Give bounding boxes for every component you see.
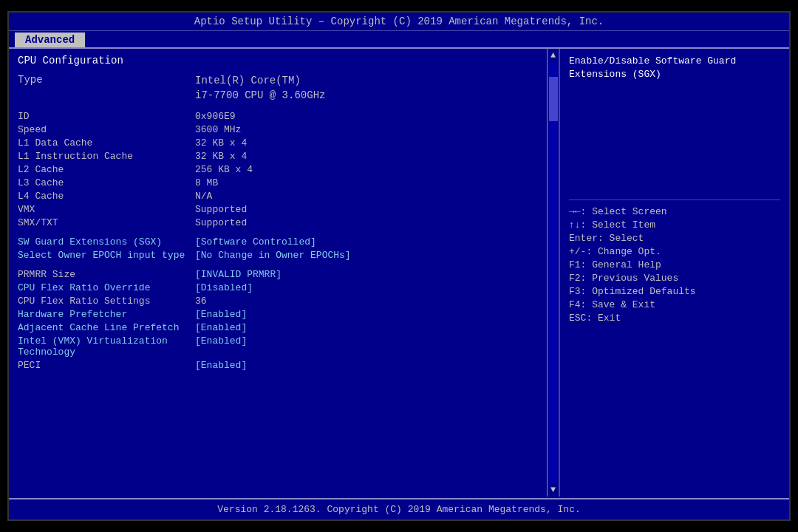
label-flex-settings: CPU Flex Ratio Settings [18, 296, 195, 307]
value-vmx: Supported [195, 204, 247, 215]
info-row-l1i: L1 Instruction Cache 32 KB x 4 [18, 151, 550, 162]
header-bar: Aptio Setup Utility – Copyright (C) 2019… [9, 13, 789, 31]
scrollbar[interactable]: ▲ ▼ [547, 49, 559, 497]
help-f1: F1: General Help [569, 259, 780, 270]
info-row-sgx[interactable]: SW Guard Extensions (SGX) [Software Cont… [18, 236, 550, 248]
label-adj-cache: Adjacent Cache Line Prefetch [18, 322, 195, 333]
help-change-opt: +/-: Change Opt. [569, 246, 780, 257]
info-row-flex-settings: CPU Flex Ratio Settings 36 [18, 296, 550, 307]
value-id: 0x906E9 [195, 111, 236, 122]
label-l4: L4 Cache [18, 191, 195, 202]
info-row-l2: L2 Cache 256 KB x 4 [18, 164, 550, 175]
info-row-prmrr: PRMRR Size [INVALID PRMRR] [18, 269, 550, 280]
scroll-down-arrow[interactable]: ▼ [549, 483, 557, 497]
value-hw-prefetch: [Enabled] [195, 309, 247, 320]
label-prmrr: PRMRR Size [18, 269, 195, 280]
info-row-hw-prefetch[interactable]: Hardware Prefetcher [Enabled] [18, 309, 550, 320]
cpu-type-label: Type [18, 74, 195, 103]
label-smx: SMX/TXT [18, 217, 195, 228]
info-row-l4: L4 Cache N/A [18, 191, 550, 202]
info-row-speed: Speed 3600 MHz [18, 124, 550, 135]
info-row-peci: PECI [Enabled] [18, 360, 550, 371]
help-select-screen: →←: Select Screen [569, 206, 780, 217]
value-l2: 256 KB x 4 [195, 164, 253, 175]
label-id: ID [18, 111, 195, 122]
scrollbar-track[interactable] [549, 62, 558, 483]
info-row-l3: L3 Cache 8 MB [18, 177, 550, 188]
value-flex-settings: 36 [195, 296, 207, 307]
help-section: →←: Select Screen ↑↓: Select Item Enter:… [569, 200, 780, 324]
label-l1d: L1 Data Cache [18, 137, 195, 149]
scrollbar-thumb[interactable] [549, 77, 558, 121]
description-box: Enable/Disable Software Guard Extensions… [569, 55, 780, 81]
label-l2: L2 Cache [18, 164, 195, 175]
info-row-vmx-virt[interactable]: Intel (VMX) VirtualizationTechnology [En… [18, 335, 550, 358]
info-row-vmx: VMX Supported [18, 204, 550, 215]
info-row-l1d: L1 Data Cache 32 KB x 4 [18, 137, 550, 149]
value-vmx-virt: [Enabled] [195, 335, 247, 358]
value-peci: [Enabled] [195, 360, 247, 371]
label-sgx: SW Guard Extensions (SGX) [18, 236, 195, 248]
main-content: CPU Configuration Type Intel(R) Core(TM)… [9, 49, 789, 497]
value-adj-cache: [Enabled] [195, 322, 247, 333]
label-l1i: L1 Instruction Cache [18, 151, 195, 162]
value-epoch: [No Change in Owner EPOCHs] [195, 250, 351, 261]
left-panel: CPU Configuration Type Intel(R) Core(TM)… [9, 49, 560, 497]
section-title: CPU Configuration [18, 55, 550, 66]
value-sgx: [Software Controlled] [195, 236, 316, 248]
info-row-epoch[interactable]: Select Owner EPOCH input type [No Change… [18, 250, 550, 261]
info-row-id: ID 0x906E9 [18, 111, 550, 122]
value-smx: Supported [195, 217, 247, 228]
footer: Version 2.18.1263. Copyright (C) 2019 Am… [9, 498, 789, 519]
info-row-adj-cache[interactable]: Adjacent Cache Line Prefetch [Enabled] [18, 322, 550, 333]
label-vmx-virt: Intel (VMX) VirtualizationTechnology [18, 335, 195, 358]
info-row-smx: SMX/TXT Supported [18, 217, 550, 228]
footer-text: Version 2.18.1263. Copyright (C) 2019 Am… [217, 504, 580, 515]
label-speed: Speed [18, 124, 195, 135]
header-title: Aptio Setup Utility – Copyright (C) 2019… [194, 16, 604, 27]
label-flex-override: CPU Flex Ratio Override [18, 282, 195, 293]
info-row-flex-override[interactable]: CPU Flex Ratio Override [Disabled] [18, 282, 550, 293]
help-f4: F4: Save & Exit [569, 299, 780, 310]
help-esc: ESC: Exit [569, 313, 780, 324]
value-l3: 8 MB [195, 177, 218, 188]
label-epoch: Select Owner EPOCH input type [18, 250, 195, 261]
label-vmx: VMX [18, 204, 195, 215]
right-panel: Enable/Disable Software Guard Extensions… [560, 49, 789, 497]
value-l4: N/A [195, 191, 212, 202]
cpu-type-value: Intel(R) Core(TM)i7-7700 CPU @ 3.60GHz [195, 74, 325, 103]
value-l1d: 32 KB x 4 [195, 137, 247, 149]
help-f3: F3: Optimized Defaults [569, 286, 780, 297]
tab-bar: Advanced [9, 31, 789, 49]
help-select-item: ↑↓: Select Item [569, 219, 780, 231]
value-prmrr: [INVALID PRMRR] [195, 269, 282, 280]
value-l1i: 32 KB x 4 [195, 151, 247, 162]
bios-screen: Aptio Setup Utility – Copyright (C) 2019… [7, 11, 791, 521]
help-enter: Enter: Select [569, 233, 780, 244]
value-flex-override: [Disabled] [195, 282, 253, 293]
label-l3: L3 Cache [18, 177, 195, 188]
scroll-up-arrow[interactable]: ▲ [549, 49, 557, 62]
tab-advanced[interactable]: Advanced [15, 33, 85, 47]
value-speed: 3600 MHz [195, 124, 241, 135]
label-peci: PECI [18, 360, 195, 371]
cpu-type-row: Type Intel(R) Core(TM)i7-7700 CPU @ 3.60… [18, 74, 550, 103]
label-hw-prefetch: Hardware Prefetcher [18, 309, 195, 320]
help-f2: F2: Previous Values [569, 273, 780, 284]
